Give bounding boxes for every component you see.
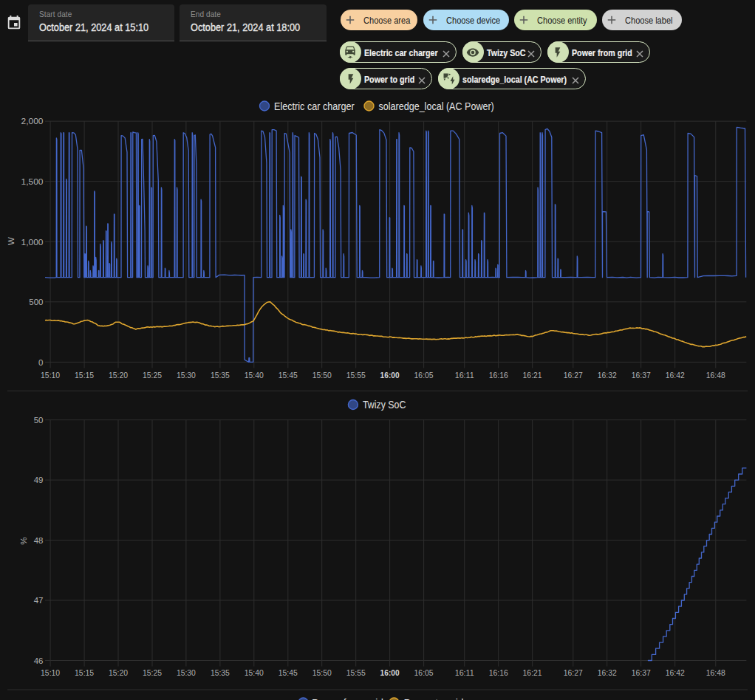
svg-text:16:11: 16:11 (455, 668, 474, 677)
svg-text:2,000: 2,000 (21, 117, 44, 126)
svg-text:W: W (7, 237, 16, 245)
svg-text:16:32: 16:32 (598, 371, 617, 380)
svg-text:16:05: 16:05 (414, 668, 434, 677)
svg-text:15:35: 15:35 (211, 668, 230, 677)
svg-text:15:10: 15:10 (41, 668, 60, 677)
svg-text:15:50: 15:50 (312, 668, 332, 677)
svg-text:16:27: 16:27 (564, 371, 583, 380)
svg-text:48: 48 (34, 536, 44, 545)
svg-text:15:10: 15:10 (41, 371, 60, 380)
svg-text:Power to grid: Power to grid (404, 697, 464, 700)
svg-text:15:55: 15:55 (346, 668, 366, 677)
svg-text:16:37: 16:37 (632, 371, 651, 380)
svg-text:16:32: 16:32 (598, 668, 617, 677)
svg-text:15:50: 15:50 (312, 371, 332, 380)
svg-text:16:05: 16:05 (414, 371, 434, 380)
svg-text:15:30: 15:30 (177, 668, 196, 677)
svg-text:16:42: 16:42 (666, 668, 685, 677)
svg-text:16:48: 16:48 (706, 668, 725, 677)
svg-text:%: % (19, 537, 28, 544)
svg-text:16:16: 16:16 (489, 668, 508, 677)
svg-text:47: 47 (34, 596, 44, 605)
svg-text:15:40: 15:40 (245, 668, 264, 677)
svg-text:16:48: 16:48 (706, 371, 725, 380)
svg-text:15:25: 15:25 (143, 668, 162, 677)
svg-text:15:15: 15:15 (75, 668, 94, 677)
svg-text:1,000: 1,000 (21, 238, 44, 247)
svg-text:49: 49 (34, 476, 44, 484)
svg-text:1,500: 1,500 (21, 177, 44, 186)
svg-text:Twizy SoC: Twizy SoC (363, 399, 406, 411)
svg-text:16:00: 16:00 (380, 371, 400, 380)
svg-text:16:27: 16:27 (564, 668, 583, 677)
svg-text:16:00: 16:00 (380, 668, 400, 677)
svg-text:15:40: 15:40 (245, 371, 264, 380)
svg-text:16:37: 16:37 (632, 668, 651, 677)
svg-text:16:11: 16:11 (455, 371, 474, 380)
svg-text:0: 0 (38, 358, 43, 367)
svg-text:15:55: 15:55 (346, 371, 366, 380)
svg-text:15:15: 15:15 (75, 371, 94, 380)
svg-text:50: 50 (34, 416, 44, 425)
svg-text:15:35: 15:35 (211, 371, 230, 380)
svg-text:15:30: 15:30 (177, 371, 196, 380)
svg-text:46: 46 (34, 656, 44, 665)
svg-text:16:21: 16:21 (523, 668, 542, 677)
svg-text:15:45: 15:45 (279, 371, 298, 380)
svg-text:Power from grid: Power from grid (312, 697, 383, 700)
svg-text:500: 500 (29, 298, 43, 306)
svg-text:15:20: 15:20 (109, 668, 128, 677)
svg-text:16:21: 16:21 (523, 371, 542, 380)
svg-text:Electric car charger: Electric car charger (274, 100, 355, 112)
svg-text:15:45: 15:45 (279, 668, 298, 677)
svg-text:16:16: 16:16 (489, 371, 508, 380)
svg-text:15:25: 15:25 (143, 371, 162, 380)
svg-text:solaredge_local (AC Power): solaredge_local (AC Power) (379, 100, 494, 112)
svg-text:16:42: 16:42 (666, 371, 685, 380)
svg-text:15:20: 15:20 (109, 371, 128, 380)
